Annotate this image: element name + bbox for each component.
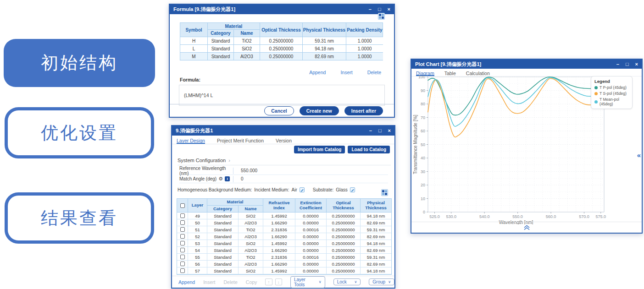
close-icon[interactable]: × [635,62,638,67]
table-cell: 0.00016 [295,226,327,233]
layer-table-row[interactable]: 51StandardTiO22.318360.000160.2500000059… [177,226,391,233]
layer-table-row[interactable]: 50StandardAl2O31.662900.000000.250000008… [177,219,391,226]
table-cell: 0.00000 [295,247,327,254]
layer-table-row[interactable]: 52StandardAl2O31.662900.000000.250000008… [177,233,391,240]
row-checkbox[interactable] [180,248,185,252]
lock-dropdown[interactable]: Lock∨ [333,278,361,285]
table-cell: 1.0000 [346,37,383,45]
row-checkbox[interactable] [180,255,185,259]
table-cell: 94.18 nm [303,45,346,53]
table-cell: M [180,53,208,60]
insert-link[interactable]: Insert [340,70,352,75]
minimize-icon[interactable]: – [369,128,372,133]
layer-table-row[interactable]: 57StandardSiO21.459920.000000.2500000094… [177,267,391,274]
layer-tools-dropdown[interactable]: Layer Tools∨ [290,276,325,288]
import-from-catalog-button[interactable]: Import from Catalog [294,146,345,153]
gear-icon[interactable]: ⚙ [218,176,223,182]
table-cell: 1.66290 [263,247,295,254]
minimize-icon[interactable]: – [616,62,619,67]
customize-columns-icon[interactable] [381,189,388,196]
substrate-value: Glass [336,187,348,192]
create-new-button[interactable]: Create new [300,106,339,115]
tab-version[interactable]: Version [276,138,292,144]
table-cell: Standard [207,261,239,267]
layer-table-row[interactable]: 56StandardAl2O31.662900.000000.250000008… [177,261,391,267]
formula-table-row[interactable]: LStandardSiO20.2500000094.18 nm1.0000 [180,45,383,53]
layer-table-row[interactable]: 55StandardTiO22.318360.000160.2500000059… [177,254,391,261]
reference-wavelength-value[interactable]: 550.000 [241,168,257,173]
expand-side-panel-icon[interactable]: « [637,151,641,159]
append-link[interactable]: Append [309,70,326,75]
row-checkbox[interactable] [180,227,185,232]
chevron-right-icon: › [228,158,230,163]
maximize-icon[interactable]: □ [626,62,629,67]
layer-titlebar[interactable]: 9.消偏振分光器1 – □ × [172,126,394,136]
table-cell: 0.00000 [295,219,327,226]
row-checkbox[interactable] [180,234,185,239]
table-cell: 94.18 nm [361,267,391,274]
table-cell: 1.45992 [263,267,295,274]
formula-value: (LMHM)^14 L [184,93,213,98]
row-checkbox[interactable] [180,241,185,245]
legend-item: T S-pol (45deg) [594,91,629,96]
maximize-icon[interactable]: □ [378,7,381,12]
svg-text:100: 100 [418,75,425,79]
close-icon[interactable]: × [388,7,390,12]
table-cell: 54 [188,247,207,254]
formula-table-row[interactable]: MStandardAl2O30.2500000082.69 nm1.0000 [180,53,383,60]
load-to-catalog-button[interactable]: Load to Catalog [348,146,390,153]
layer-table-row[interactable]: 49StandardSiO21.459920.000000.2500000094… [177,213,391,219]
table-cell: Standard [207,213,239,219]
close-icon[interactable]: × [388,128,391,133]
system-configuration-header[interactable]: System Configuration› [178,158,391,165]
append-link[interactable]: Append [178,279,195,285]
col-header-optical-thickness: Optical Thickness [260,23,303,37]
copy-link[interactable]: Copy [246,279,257,285]
row-checkbox[interactable] [180,262,185,266]
move-down-icon[interactable]: ↓ [275,278,282,285]
insert-after-button[interactable]: Insert after [344,106,383,115]
table-cell: 0.25000000 [260,53,303,60]
table-cell: Al2O3 [239,219,263,226]
tab-project-merit-function[interactable]: Project Merit Function [217,138,264,144]
table-cell: Al2O3 [234,53,260,60]
select-all-checkbox[interactable] [180,203,185,208]
formula-titlebar[interactable]: Formula [9.消偏振分光器1] – □ × [170,5,394,14]
delete-link[interactable]: Delete [223,279,237,285]
svg-text:570.0: 570.0 [579,214,589,219]
legend-title: Legend [594,79,629,84]
incident-medium-value: Air [291,187,297,192]
edit-substrate-icon[interactable] [350,187,355,192]
table-cell: SiO2 [239,240,263,247]
match-angle-value[interactable]: 0 [241,176,244,181]
badge-label: 初始结构 [41,51,118,75]
plot-titlebar[interactable]: Plot Chart [9.消偏振分光器1] – □ × [411,60,642,69]
background-medium-label: Homogeneous Background Medium: [178,187,252,192]
group-dropdown[interactable]: Group∨ [369,278,394,285]
layer-table-row[interactable]: 53StandardSiO21.459920.000000.2500000094… [177,240,391,247]
move-up-icon[interactable]: ↑ [265,278,272,285]
collapse-panel-up-icon[interactable] [523,224,530,230]
table-cell: Standard [207,233,239,240]
delete-link[interactable]: Delete [367,70,381,75]
formula-table-row[interactable]: HStandardTiO20.2500000059.31 nm1.0000 [180,37,383,45]
row-checkbox[interactable] [180,220,185,225]
badge-label: 优化设置 [41,121,118,145]
step-badge-result-view: 结果查看 [5,192,154,244]
reference-wavelength-label: Reference Wavelength (nm) [179,166,233,176]
minimize-icon[interactable]: – [369,7,372,12]
edit-incident-medium-icon[interactable] [300,187,305,192]
table-cell: 82.69 nm [361,261,391,267]
layer-table-row[interactable]: 54StandardAl2O31.662900.000000.250000008… [177,247,391,254]
info-icon[interactable]: i [225,176,230,181]
formula-input[interactable]: (LMHM)^14 L [179,85,385,106]
cancel-button[interactable]: Cancel [264,106,294,115]
maximize-icon[interactable]: □ [378,128,382,133]
tab-layer-design[interactable]: Layer Design [177,138,205,144]
row-checkbox[interactable] [180,268,185,273]
insert-link[interactable]: Insert [203,279,215,285]
row-checkbox[interactable] [180,213,185,218]
customize-columns-icon[interactable] [378,13,385,20]
formula-material-table: Symbol Material Category Name Optical Th… [180,22,383,60]
col-header-category: Category [207,206,239,213]
